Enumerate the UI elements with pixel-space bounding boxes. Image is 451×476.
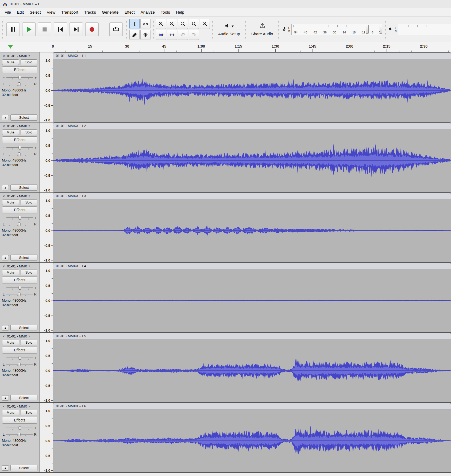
- close-track-button[interactable]: ×: [2, 404, 6, 408]
- zoom-to-fit-button[interactable]: [189, 19, 199, 29]
- pan-slider[interactable]: [6, 432, 32, 436]
- waveform[interactable]: [53, 129, 451, 192]
- solo-button[interactable]: Solo: [21, 129, 37, 135]
- select-track-button[interactable]: Select: [10, 255, 37, 261]
- solo-button[interactable]: Solo: [21, 340, 37, 345]
- recording-meter[interactable]: LR -54-48-42-36-30-24-18-12-60: [280, 24, 383, 35]
- toolbar-grip[interactable]: [2, 20, 3, 39]
- collapse-track-button[interactable]: ▲: [2, 185, 9, 190]
- mute-button[interactable]: Mute: [2, 59, 19, 65]
- undo-button[interactable]: ↶: [178, 30, 188, 40]
- gain-slider[interactable]: [6, 426, 33, 430]
- toolbar-grip[interactable]: [278, 20, 279, 39]
- clip-header[interactable]: 01-01 - MMXX – I 4: [53, 263, 451, 269]
- close-track-button[interactable]: ×: [2, 124, 6, 128]
- waveform[interactable]: [53, 339, 451, 402]
- vertical-scale-ruler[interactable]: 1.0 0.5 0.0 -0.5 -1.0: [40, 122, 53, 192]
- zoom-out-button[interactable]: [167, 19, 177, 29]
- collapse-track-button[interactable]: ▲: [2, 395, 9, 401]
- track-name-button[interactable]: 01-01 - MMX ▼: [7, 54, 30, 58]
- toolbar-grip[interactable]: [245, 20, 246, 39]
- zoom-toggle-button[interactable]: [200, 19, 210, 29]
- vertical-scale-ruler[interactable]: 1.0 0.5 0.0 -0.5 -1.0: [40, 333, 53, 402]
- gain-slider[interactable]: [6, 145, 33, 150]
- recording-level-slider-thumb[interactable]: [366, 25, 369, 34]
- pan-slider-thumb[interactable]: [18, 222, 21, 226]
- skip-to-start-button[interactable]: [54, 22, 67, 36]
- clip-header[interactable]: 01-01 - MMXX – I 1: [53, 53, 451, 59]
- select-track-button[interactable]: Select: [10, 395, 37, 401]
- mute-button[interactable]: Mute: [2, 270, 19, 275]
- draw-tool-button[interactable]: [129, 30, 140, 40]
- redo-button[interactable]: ↷: [189, 30, 199, 40]
- menu-item-tools[interactable]: Tools: [158, 9, 173, 16]
- gain-slider[interactable]: [6, 356, 33, 360]
- timeline-ruler[interactable]: 01530451:001:151:301:452:002:152:30: [0, 42, 451, 52]
- solo-button[interactable]: Solo: [21, 199, 37, 205]
- effects-button[interactable]: Effects: [2, 277, 37, 283]
- pan-slider[interactable]: [6, 152, 32, 156]
- audio-setup-button[interactable]: ▾ Audio Setup: [214, 21, 244, 38]
- effects-button[interactable]: Effects: [2, 136, 37, 143]
- gain-slider-thumb[interactable]: [18, 356, 21, 360]
- playhead-triangle-icon[interactable]: [8, 45, 13, 49]
- menu-item-file[interactable]: File: [2, 9, 14, 16]
- waveform[interactable]: [53, 269, 451, 332]
- vertical-scale-ruler[interactable]: 1.0 0.5 0.0 -0.5 -1.0: [40, 52, 53, 122]
- silence-audio-button[interactable]: [167, 30, 177, 40]
- playback-meter[interactable]: LR: [387, 24, 451, 35]
- close-track-button[interactable]: ×: [2, 194, 6, 198]
- menu-item-select[interactable]: Select: [27, 9, 44, 16]
- play-button[interactable]: [22, 22, 36, 36]
- track-name-button[interactable]: 01-01 - MMX ▼: [7, 404, 30, 408]
- clip-header[interactable]: 01-01 - MMXX – I 6: [53, 403, 451, 409]
- pan-slider-thumb[interactable]: [18, 363, 21, 366]
- mute-button[interactable]: Mute: [2, 129, 19, 135]
- pan-slider-thumb[interactable]: [18, 82, 21, 86]
- multi-tool-button[interactable]: [140, 30, 151, 40]
- toolbar-grip[interactable]: [126, 20, 127, 39]
- gain-slider-thumb[interactable]: [18, 146, 21, 149]
- meter-right-handle[interactable]: [380, 25, 382, 34]
- pan-slider-thumb[interactable]: [18, 152, 21, 156]
- selection-tool-button[interactable]: [129, 19, 140, 29]
- select-track-button[interactable]: Select: [10, 185, 37, 191]
- recording-meter-scale[interactable]: -54-48-42-36-30-24-18-12-60: [291, 24, 382, 35]
- track-name-button[interactable]: 01-01 - MMX ▼: [7, 264, 30, 268]
- effects-button[interactable]: Effects: [2, 66, 37, 73]
- close-track-button[interactable]: ×: [2, 54, 6, 58]
- stop-button[interactable]: [38, 22, 51, 36]
- pan-slider[interactable]: [6, 362, 32, 366]
- collapse-track-button[interactable]: ▲: [2, 465, 9, 471]
- menu-item-transport[interactable]: Transport: [58, 9, 81, 16]
- mute-button[interactable]: Mute: [2, 410, 19, 415]
- pan-slider[interactable]: [6, 292, 32, 296]
- vertical-scale-ruler[interactable]: 1.0 0.5 0.0 -0.5 -1.0: [40, 403, 53, 472]
- effects-button[interactable]: Effects: [2, 417, 37, 424]
- waveform[interactable]: [53, 59, 451, 122]
- share-audio-button[interactable]: Share Audio: [248, 21, 277, 38]
- mute-button[interactable]: Mute: [2, 340, 19, 345]
- effects-button[interactable]: Effects: [2, 206, 37, 213]
- effects-button[interactable]: Effects: [2, 347, 37, 354]
- menu-item-help[interactable]: Help: [173, 9, 187, 16]
- menu-item-analyze[interactable]: Analyze: [138, 9, 158, 16]
- menu-item-effect[interactable]: Effect: [122, 9, 138, 16]
- solo-button[interactable]: Solo: [21, 410, 37, 415]
- close-track-button[interactable]: ×: [2, 264, 6, 268]
- select-track-button[interactable]: Select: [10, 465, 37, 471]
- solo-button[interactable]: Solo: [21, 270, 37, 275]
- collapse-track-button[interactable]: ▲: [2, 115, 9, 120]
- zoom-to-selection-button[interactable]: [178, 19, 188, 29]
- clip-header[interactable]: 01-01 - MMXX – I 3: [53, 193, 451, 199]
- trim-audio-button[interactable]: [156, 30, 166, 40]
- clip-header[interactable]: 01-01 - MMXX – I 5: [53, 333, 451, 339]
- clip-header[interactable]: 01-01 - MMXX – I 2: [53, 123, 451, 129]
- close-track-button[interactable]: ×: [2, 334, 6, 338]
- waveform[interactable]: [53, 409, 451, 472]
- select-track-button[interactable]: Select: [10, 114, 37, 121]
- menu-item-tracks[interactable]: Tracks: [81, 9, 99, 16]
- gain-slider-thumb[interactable]: [18, 426, 21, 430]
- envelope-tool-button[interactable]: [140, 19, 151, 29]
- menu-item-generate[interactable]: Generate: [99, 9, 122, 16]
